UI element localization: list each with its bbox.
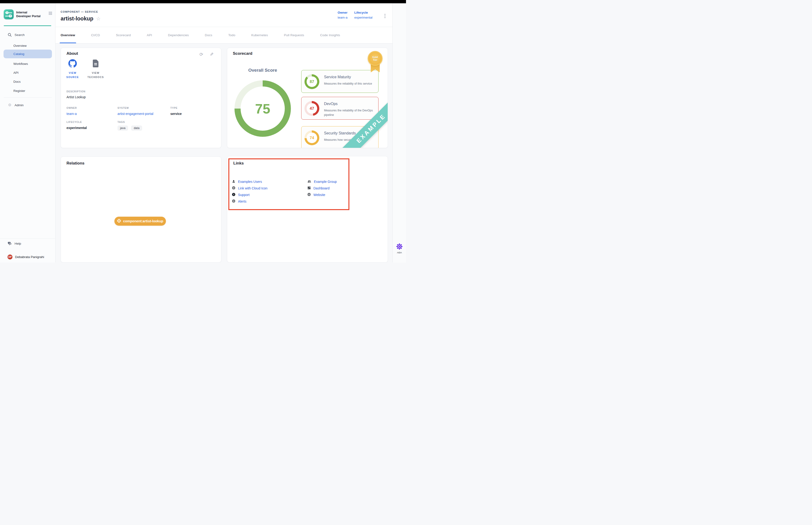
brand-accent-divider xyxy=(4,25,51,26)
user-icon xyxy=(232,180,235,184)
link-examples-users[interactable]: Examples Users xyxy=(232,179,262,184)
search-icon xyxy=(8,33,12,37)
entity-header: COMPONENT — SERVICE artist-lookup ☆ Owne… xyxy=(56,3,393,27)
sidebar-item-label: Overview xyxy=(13,44,27,47)
edit-pencil-icon[interactable]: ✎ xyxy=(210,52,214,57)
gold-tier-badge: Gold Tier xyxy=(368,51,383,66)
about-card: About ⟳ ✎ VIEW SOURCE VIEW TECHDOCS DESC… xyxy=(61,48,221,148)
links-title: Links xyxy=(233,161,244,166)
document-icon xyxy=(92,59,99,69)
view-techdocs-button[interactable]: VIEW TECHDOCS xyxy=(83,59,108,79)
score-name: DevOps xyxy=(324,102,338,106)
tab-code-insights[interactable]: Code Insights xyxy=(320,27,340,43)
breadcrumb: COMPONENT — SERVICE xyxy=(61,10,98,13)
sidebar-item-api[interactable]: API xyxy=(0,69,56,77)
tab-todo[interactable]: Todo xyxy=(228,27,235,43)
score-ring: 47 xyxy=(305,101,319,116)
link-dashboard[interactable]: Dashboard xyxy=(307,186,330,191)
sidebar: Internal Developer Portal Search Overvie… xyxy=(0,3,56,262)
sidebar-item-register[interactable]: Register xyxy=(0,87,56,95)
sidebar-item-label: API xyxy=(13,71,18,75)
lifecycle-label: LIFECYCLE xyxy=(66,121,82,123)
sidebar-item-label: Catalog xyxy=(13,52,25,56)
github-icon xyxy=(68,59,77,69)
about-title: About xyxy=(66,51,78,56)
sidebar-item-docs[interactable]: Docs xyxy=(0,77,56,86)
sidebar-bottom-divider xyxy=(0,238,56,239)
sidebar-item-workflows[interactable]: Workflows xyxy=(0,60,56,68)
favorite-star-icon[interactable]: ☆ xyxy=(96,16,101,21)
top-bar xyxy=(0,0,406,3)
avatar: DP xyxy=(7,254,13,260)
group-icon xyxy=(307,180,311,184)
more-options-icon[interactable] xyxy=(384,14,386,19)
tab-cicd[interactable]: CI/CD xyxy=(91,27,100,43)
overall-score-donut: 75 xyxy=(234,80,291,137)
sidebar-item-label: Docs xyxy=(13,80,21,84)
link-support[interactable]: ? Support xyxy=(232,192,249,197)
score-box-devops[interactable]: 47 DevOps Measures the reliability of th… xyxy=(301,97,379,120)
owner-link[interactable]: team-a xyxy=(66,112,77,116)
view-techdocs-label: VIEW TECHDOCS xyxy=(86,71,105,79)
tab-overview[interactable]: Overview xyxy=(61,27,75,43)
scorecard-title: Scorecard xyxy=(233,51,252,56)
score-desc: Measures the reliability of the DevOps p… xyxy=(324,108,377,117)
relation-node-component-artist-lookup[interactable]: component:artist-lookup xyxy=(114,217,166,226)
sidebar-item-help[interactable]: ? Help xyxy=(0,239,56,247)
score-name: Service Maturity xyxy=(324,75,351,79)
overall-score-value: 75 xyxy=(255,101,271,117)
type-value: service xyxy=(170,112,182,116)
score-ring: 87 xyxy=(305,74,319,89)
tags-label: TAGS xyxy=(118,121,125,123)
link-alerts[interactable]: Alerts xyxy=(232,199,246,204)
lifecycle-value: experimental xyxy=(66,126,87,130)
page-title: artist-lookup xyxy=(61,15,93,22)
chip-icon xyxy=(117,219,121,224)
tab-pull-requests[interactable]: Pull Requests xyxy=(284,27,304,43)
help-circle-icon: ? xyxy=(232,193,235,197)
lifecycle-value: experimental xyxy=(354,16,372,19)
links-highlight-box xyxy=(228,159,349,210)
description-label: DESCRIPTION xyxy=(66,90,86,93)
sidebar-item-admin[interactable]: ⚙ Admin xyxy=(0,101,56,109)
tab-kubernetes[interactable]: Kubernetes xyxy=(251,27,268,43)
aida-flower-icon[interactable] xyxy=(396,243,403,250)
score-box-service-maturity[interactable]: 87 Service Maturity Measures the reliabi… xyxy=(301,70,379,93)
view-source-label: VIEW SOURCE xyxy=(65,71,80,79)
sidebar-item-search[interactable]: Search xyxy=(0,31,56,39)
score-desc: Measures the reliability of this service xyxy=(324,81,377,86)
user-menu[interactable]: DP Debabrata Panigrahi xyxy=(0,253,56,260)
relations-title: Relations xyxy=(66,161,85,166)
relation-node-label: component:artist-lookup xyxy=(123,219,163,223)
sidebar-item-label: Register xyxy=(13,89,25,93)
tag-chip[interactable]: java xyxy=(118,125,128,131)
sidebar-item-label: Help xyxy=(15,242,21,245)
sidebar-item-overview[interactable]: Overview xyxy=(0,42,56,49)
tab-scorecard[interactable]: Scorecard xyxy=(116,27,131,43)
tab-docs[interactable]: Docs xyxy=(205,27,212,43)
tab-bar: Overview CI/CD Scorecard API Dependencie… xyxy=(56,27,393,44)
tab-dependencies[interactable]: Dependencies xyxy=(168,27,189,43)
type-label: TYPE xyxy=(170,106,178,109)
owner-label: Owner xyxy=(338,11,348,14)
score-name: Security Standards xyxy=(324,131,356,135)
app-grid-icon[interactable] xyxy=(49,12,52,16)
score-ring: 74 xyxy=(305,131,319,145)
tab-api[interactable]: API xyxy=(147,27,152,43)
link-with-cloud-icon[interactable]: Link with Cloud Icon xyxy=(232,186,267,191)
svg-text:?: ? xyxy=(233,193,234,196)
header-lifecycle: Lifecycle experimental xyxy=(354,11,372,19)
globe-icon xyxy=(232,199,235,204)
dashboard-icon xyxy=(307,186,311,190)
refresh-icon[interactable]: ⟳ xyxy=(199,52,203,57)
link-website[interactable]: Website xyxy=(307,192,325,197)
sidebar-item-label: Search xyxy=(15,33,25,37)
owner-value-link[interactable]: team-a xyxy=(338,16,348,19)
view-source-button[interactable]: VIEW SOURCE xyxy=(63,59,82,79)
tag-chip[interactable]: data xyxy=(131,125,142,131)
link-example-group[interactable]: Example Group xyxy=(307,179,337,184)
sidebar-item-label: Workflows xyxy=(13,62,28,65)
system-link[interactable]: artist-engagement-portal xyxy=(118,112,153,116)
sidebar-item-catalog[interactable]: Catalog xyxy=(3,49,52,58)
brand: Internal Developer Portal xyxy=(0,6,56,22)
